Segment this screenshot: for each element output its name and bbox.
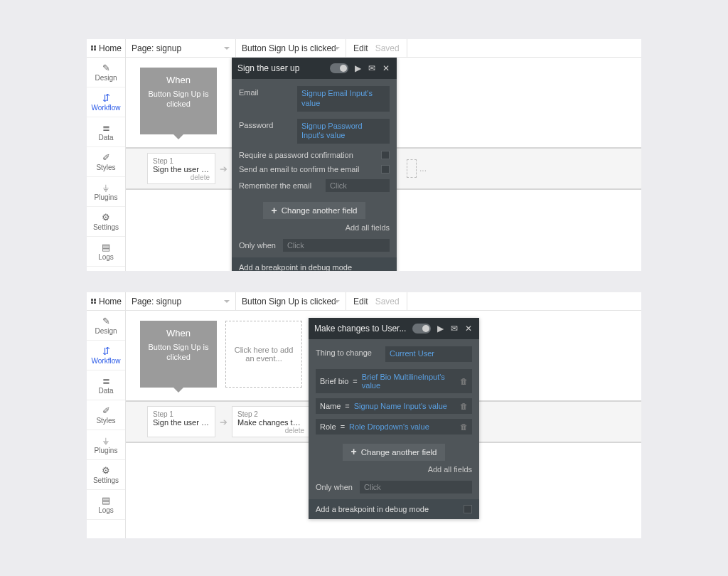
field-row-brief-bio[interactable]: Brief bio = Brief Bio MultilineInput's v…: [316, 369, 472, 393]
chevron-down-icon: [224, 47, 230, 50]
event-subtitle: Button Sign Up is clicked: [146, 90, 211, 110]
field-row-role[interactable]: Role = Role Dropdown's value 🗑: [316, 419, 472, 434]
require-confirmation-checkbox[interactable]: [381, 151, 390, 159]
workflow-dropdown[interactable]: Button Sign Up is clicked: [236, 292, 346, 310]
nav-styles[interactable]: ✐Styles: [87, 400, 125, 430]
event-block[interactable]: When Button Sign Up is clicked: [140, 68, 217, 134]
action-panel-signup[interactable]: Sign the user up ▶ ✉ ✕ Email Signup Emai…: [232, 58, 397, 271]
nav-workflow[interactable]: ⇵ Workflow: [87, 87, 125, 117]
event-block[interactable]: When Button Sign Up is clicked: [140, 321, 217, 388]
nav-data[interactable]: ≣ Data: [87, 117, 125, 147]
edit-link[interactable]: Edit: [353, 43, 368, 53]
field-row-name[interactable]: Name = Signup Name Input's value 🗑: [316, 398, 472, 414]
add-all-fields-link[interactable]: Add all fields: [316, 465, 472, 474]
nav-workflow[interactable]: ⇵Workflow: [87, 341, 125, 370]
change-another-field-button[interactable]: + Change another field: [263, 202, 366, 219]
file-icon: ▤: [101, 242, 111, 252]
plus-icon: +: [272, 208, 277, 213]
field-expression[interactable]: Brief Bio MultilineInput's value: [362, 373, 456, 390]
close-icon[interactable]: ✕: [381, 63, 391, 73]
step-1-card[interactable]: Step 1 Sign the user up .: [147, 406, 215, 437]
plus-icon: +: [351, 449, 357, 454]
nav-workflow-label: Workflow: [92, 357, 121, 365]
nav-settings-label: Settings: [93, 476, 119, 484]
only-when-input[interactable]: Click: [360, 481, 472, 494]
nav-logs[interactable]: ▤Logs: [87, 490, 125, 520]
trash-icon[interactable]: 🗑: [460, 377, 468, 385]
step-1-delete[interactable]: delete: [153, 174, 210, 181]
apps-icon: [91, 46, 96, 50]
remember-email-label: Remember the email: [239, 181, 311, 190]
arrow-right-icon: ➔: [220, 164, 228, 174]
field-expression[interactable]: Role Dropdown's value: [349, 422, 456, 431]
home-button[interactable]: Home: [87, 39, 126, 57]
comment-icon[interactable]: ✉: [449, 324, 459, 334]
email-expression[interactable]: Signup Email Input's value: [297, 86, 390, 112]
arrow-right-icon: ➔: [220, 417, 228, 427]
nav-data[interactable]: ≣Data: [87, 370, 125, 400]
field-expression[interactable]: Signup Name Input's value: [354, 402, 456, 410]
user-toggle[interactable]: [412, 324, 431, 334]
brush-icon: ✐: [101, 152, 111, 162]
edit-saved: Edit Saved: [346, 292, 407, 310]
nav-plugins[interactable]: ⏚Plugins: [87, 430, 125, 460]
page-dropdown[interactable]: Page: signup: [126, 292, 236, 310]
action-panel-make-changes[interactable]: Make changes to User... ▶ ✉ ✕ Thing to c…: [309, 318, 479, 519]
wand-icon: ✎: [101, 316, 111, 326]
change-field-label: Change another field: [282, 206, 358, 215]
nav-logs[interactable]: ▤ Logs: [87, 237, 125, 267]
page-dropdown[interactable]: Page: signup: [126, 39, 236, 57]
close-icon[interactable]: ✕: [464, 324, 473, 334]
edit-link[interactable]: Edit: [353, 297, 368, 306]
editor-window-1: Home Page: signup Button Sign Up is clic…: [87, 39, 641, 271]
nav-styles[interactable]: ✐ Styles: [87, 147, 125, 177]
nav-workflow-label: Workflow: [92, 104, 121, 112]
nav-settings[interactable]: ⚙Settings: [87, 460, 125, 490]
workflow-canvas: When Button Sign Up is clicked Step 1 Si…: [126, 58, 641, 271]
nav-design[interactable]: ✎ Design: [87, 58, 125, 87]
workflow-dropdown-label: Button Sign Up is clicked: [242, 297, 336, 306]
database-icon: ≣: [101, 375, 111, 385]
step-1-card[interactable]: Step 1 Sign the user up delete: [147, 153, 215, 184]
require-confirmation-label: Require a password confirmation: [239, 151, 353, 159]
play-icon[interactable]: ▶: [435, 324, 445, 334]
panel-header[interactable]: Make changes to User... ▶ ✉ ✕: [309, 318, 479, 339]
step-1-label: Step 1: [153, 157, 210, 165]
play-icon[interactable]: ▶: [353, 63, 363, 73]
change-another-field-button[interactable]: + Change another field: [343, 444, 446, 461]
nav-settings[interactable]: ⚙ Settings: [87, 207, 125, 237]
trash-icon[interactable]: 🗑: [460, 422, 468, 431]
step-2-title: Make changes to User...: [237, 418, 304, 427]
nav-plugins[interactable]: ⏚ Plugins: [87, 177, 125, 207]
home-button[interactable]: Home: [87, 292, 126, 310]
only-when-label: Only when: [316, 483, 353, 491]
brush-icon: ✐: [101, 405, 111, 415]
add-all-fields-link[interactable]: Add all fields: [239, 223, 390, 232]
trash-icon[interactable]: 🗑: [460, 402, 468, 410]
nav-data-label: Data: [98, 387, 113, 395]
step-2-card[interactable]: Step 2 Make changes to User... delete: [232, 406, 310, 437]
password-expression[interactable]: Signup Password Input's value: [297, 119, 390, 144]
plug-icon: ⏚: [101, 435, 111, 445]
add-step-placeholder[interactable]: [407, 159, 417, 178]
nav-design[interactable]: ✎Design: [87, 311, 125, 341]
thing-to-change-value[interactable]: Current User: [385, 346, 472, 362]
left-nav: ✎Design ⇵Workflow ≣Data ✐Styles ⏚Plugins…: [87, 311, 126, 538]
left-nav: ✎ Design ⇵ Workflow ≣ Data ✐ Styles ⏚ Pl…: [87, 58, 126, 271]
remember-email-input[interactable]: Click: [326, 179, 390, 192]
add-event-placeholder[interactable]: Click here to add an event...: [225, 321, 302, 388]
user-toggle[interactable]: [330, 63, 348, 73]
workflow-dropdown[interactable]: Button Sign Up is clicked: [236, 39, 346, 57]
workflow-dropdown-label: Button Sign Up is clicked: [242, 43, 336, 53]
step-1-title: Sign the user up: [153, 418, 210, 427]
saved-status: Saved: [375, 297, 400, 306]
breakpoint-checkbox[interactable]: [464, 505, 472, 513]
step-2-delete[interactable]: delete: [237, 427, 304, 434]
nav-design-label: Design: [95, 327, 117, 335]
send-email-checkbox[interactable]: [381, 165, 390, 174]
comment-icon[interactable]: ✉: [367, 63, 377, 73]
field-name: Role: [320, 422, 336, 431]
home-label: Home: [99, 43, 122, 53]
panel-header[interactable]: Sign the user up ▶ ✉ ✕: [232, 58, 397, 79]
only-when-input[interactable]: Click: [283, 239, 390, 252]
